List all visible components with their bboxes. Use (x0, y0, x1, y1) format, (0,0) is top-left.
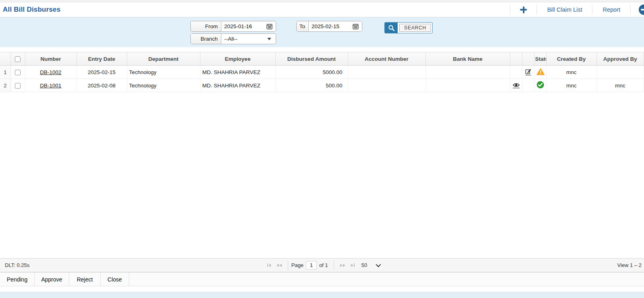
reject-button[interactable]: Reject (69, 273, 101, 286)
from-label: From (191, 21, 221, 31)
bill-disburse-grid: Number Entry Date Department Employee Di… (0, 52, 644, 258)
header-view (510, 52, 522, 66)
approve-button[interactable]: Approve (35, 273, 69, 286)
bank-name-cell (425, 79, 510, 92)
from-date-input[interactable]: 2025-01-16 (221, 21, 276, 31)
page-of-label: of 1 (319, 262, 328, 268)
approved-by-cell: mnc (597, 79, 644, 92)
header-employee[interactable]: Employee (200, 52, 275, 66)
warning-icon[interactable] (537, 70, 545, 77)
branch-label: Branch (191, 34, 221, 44)
header-number[interactable]: Number (25, 52, 76, 66)
view-cell (510, 66, 522, 79)
edit-cell (522, 66, 534, 79)
row-checkbox[interactable] (15, 83, 21, 89)
bank-name-cell (425, 66, 510, 79)
row-checkbox[interactable] (15, 70, 21, 75)
page-title: All Bill Disburses (3, 6, 60, 14)
created-by-cell: mnc (546, 66, 597, 79)
row-number-cell: 2 (0, 79, 10, 92)
header-rownum (0, 52, 10, 66)
view-cell (510, 79, 522, 92)
employee-cell: MD. SHAHRIA PARVEZ (200, 66, 275, 79)
row-select-cell (10, 79, 25, 92)
department-cell: Technology (127, 66, 200, 79)
prev-page-button[interactable] (274, 264, 285, 267)
toolbar-divider (630, 5, 631, 14)
branch-select[interactable]: --All-- (221, 34, 276, 44)
calendar-icon[interactable] (353, 23, 359, 29)
header-created-by[interactable]: Created By (546, 52, 597, 66)
grid-header-row: Number Entry Date Department Employee Di… (0, 52, 644, 66)
view-eye-icon[interactable] (513, 83, 520, 88)
search-button[interactable]: SEARCH (384, 22, 433, 33)
header-select-all (10, 52, 25, 66)
search-button-label: SEARCH (399, 24, 431, 32)
to-date-value: 2025-02-15 (312, 23, 339, 29)
header-status[interactable]: Status (534, 52, 546, 66)
bottom-strip (0, 292, 644, 298)
status-cell (534, 66, 546, 79)
calendar-icon[interactable] (266, 23, 272, 29)
approved-by-cell (597, 66, 644, 79)
approved-check-icon[interactable] (537, 84, 544, 90)
edit-icon[interactable] (525, 68, 531, 75)
bill-number-link[interactable]: DB-1002 (40, 69, 61, 75)
header-department[interactable]: Department (127, 52, 200, 66)
branch-field: Branch --All-- (190, 33, 276, 44)
filter-panel: From 2025-01-16 To 2025-02-15 Branch --A… (0, 17, 644, 47)
close-button[interactable]: Close (101, 273, 129, 286)
bottom-gap (0, 286, 644, 292)
report-link[interactable]: Report (592, 6, 630, 13)
table-row[interactable]: 2 DB-1001 2025-02-08 Technology MD. SHAH… (0, 79, 644, 92)
pending-button[interactable]: Pending (0, 273, 35, 286)
search-icon-box (385, 23, 398, 33)
bill-claim-list-link[interactable]: Bill Claim List (537, 6, 592, 13)
number-cell: DB-1002 (25, 66, 76, 79)
header-disbursed-amount[interactable]: Disbursed Amount (275, 52, 348, 66)
disbursed-amount-cell: 5000.00 (275, 66, 348, 79)
status-cell (534, 79, 546, 92)
header-account-number[interactable]: Account Number (348, 52, 425, 66)
page-size-select[interactable]: 50 (361, 262, 380, 268)
from-date-value: 2025-01-16 (224, 23, 252, 29)
plus-icon (520, 6, 527, 13)
search-icon (388, 25, 395, 31)
header-bank-name[interactable]: Bank Name (425, 52, 510, 66)
next-page-button[interactable] (337, 264, 348, 267)
account-number-cell (348, 66, 425, 79)
page-number-input[interactable] (306, 261, 317, 269)
table-row[interactable]: 1 DB-1002 2025-02-15 Technology MD. SHAH… (0, 66, 644, 79)
first-page-button[interactable] (264, 263, 274, 267)
edit-cell (522, 79, 534, 92)
branch-selected-value: --All-- (224, 36, 237, 42)
to-date-input[interactable]: 2025-02-15 (309, 21, 362, 31)
header-entry-date[interactable]: Entry Date (76, 52, 127, 66)
page-label: Page (291, 262, 303, 268)
pager-divider (288, 261, 288, 270)
header-approved-by[interactable]: Approved By (597, 52, 644, 66)
department-cell: Technology (127, 79, 200, 92)
grid-empty-area (0, 92, 644, 258)
last-page-button[interactable] (348, 263, 357, 267)
bill-number-link[interactable]: DB-1001 (40, 83, 61, 89)
chevron-down-icon (267, 38, 271, 40)
to-date-field: To 2025-02-15 (296, 21, 362, 32)
page-size-value: 50 (361, 262, 367, 268)
row-number-cell: 1 (0, 66, 10, 79)
from-date-field: From 2025-01-16 (190, 21, 276, 32)
entry-date-cell: 2025-02-08 (76, 79, 127, 92)
dlt-status: DLT: 0.25s (5, 262, 29, 268)
title-bar: All Bill Disburses Bill Claim List Repor… (0, 2, 644, 17)
select-all-checkbox[interactable] (15, 56, 21, 62)
chevron-down-icon (376, 262, 381, 267)
account-number-cell (348, 79, 425, 92)
created-by-cell: mnc (546, 79, 597, 92)
circle-minus-icon[interactable] (639, 4, 644, 15)
number-cell: DB-1001 (25, 79, 76, 92)
action-bar: Pending Approve Reject Close (0, 272, 644, 286)
header-edit (522, 52, 534, 66)
row-select-cell (10, 66, 25, 79)
header-toolbar: Bill Claim List Report (510, 2, 644, 17)
add-button[interactable] (510, 6, 537, 13)
